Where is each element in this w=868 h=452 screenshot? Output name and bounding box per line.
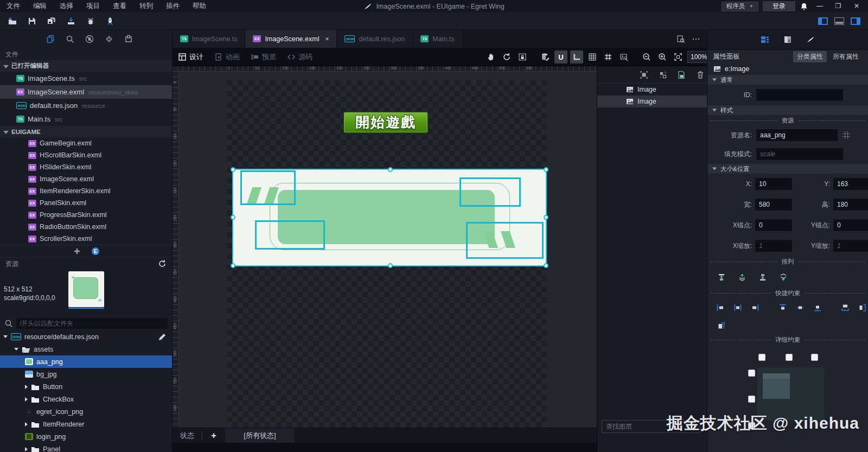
activity-files-button[interactable] [44, 33, 56, 45]
layer-search-input[interactable] [602, 420, 700, 433]
constraint-checkbox-left-middle[interactable] [748, 396, 755, 403]
all-states-tab[interactable]: [所有状态] [225, 428, 295, 443]
field-input[interactable]: 0 [755, 219, 792, 231]
project-file-item[interactable]: EXItemRendererSkin.exml [0, 185, 172, 197]
opened-editor-item[interactable]: EXImageScene.exmlresource\eui_skins [0, 85, 172, 99]
props-tab[interactable]: 所有属性 [829, 51, 863, 62]
resource-tree-item[interactable]: CheckBox [0, 393, 172, 405]
more-actions-icon[interactable] [692, 35, 700, 43]
field-input[interactable]: 163 [833, 178, 868, 190]
resource-tree-item[interactable]: bg_jpg [0, 368, 172, 380]
opened-editor-item[interactable]: TSMain.tssrc [0, 112, 172, 126]
export-ts-button[interactable]: TS [675, 68, 688, 81]
frame-lock-button[interactable] [516, 50, 529, 63]
constraint-checkbox-left-bottom[interactable] [748, 422, 755, 429]
section-general[interactable]: 通常 [707, 75, 868, 85]
editor-tab[interactable]: JSONdefault.res.json [337, 30, 413, 48]
align-center-h-button[interactable] [732, 301, 744, 314]
design-canvas[interactable]: 050100150200250300350400450500550 050100… [173, 66, 597, 428]
project-header[interactable]: EUIGAME [0, 126, 172, 137]
menu-item[interactable]: 查看 [106, 0, 133, 12]
match-width-button[interactable] [840, 301, 851, 314]
minimize-button[interactable]: — [813, 0, 827, 12]
ungroup-button[interactable] [656, 68, 669, 81]
field-input[interactable]: 180 [833, 199, 868, 211]
constraint-checkbox-top-center[interactable] [786, 354, 793, 361]
login-button[interactable]: 登录 [763, 1, 795, 11]
bell-icon[interactable] [800, 2, 808, 11]
launch-button[interactable] [103, 14, 117, 28]
project-file-item[interactable]: EXHScrollBarSkin.exml [0, 149, 172, 161]
constraint-checkbox-top-right[interactable] [811, 354, 818, 361]
menu-item[interactable]: 编辑 [27, 0, 53, 12]
project-file-item[interactable]: EXGameBegin.exml [0, 137, 172, 149]
resource-tree-item[interactable]: assets [0, 343, 172, 355]
selected-image-asset[interactable] [232, 169, 547, 266]
resource-tree-item[interactable]: aaa_png [0, 355, 172, 368]
zoom-out-button[interactable] [640, 50, 653, 63]
api-doc-button[interactable]: E [781, 33, 794, 46]
add-skin-icon[interactable] [73, 247, 81, 256]
hand-button[interactable] [484, 50, 497, 63]
match-size-button[interactable] [715, 319, 728, 332]
menu-item[interactable]: 文件 [0, 0, 27, 12]
resource-tree-root[interactable]: JSON resource/default.res.json [0, 330, 172, 343]
opened-editor-item[interactable]: TSImageScene.tssrc [0, 72, 172, 85]
resource-tree-item[interactable]: login_png [0, 430, 172, 443]
bring-forward-button[interactable] [736, 271, 749, 284]
send-backward-button[interactable] [756, 271, 769, 284]
constraint-checkbox-left-top[interactable] [748, 370, 755, 377]
field-input[interactable]: 1 [833, 240, 868, 252]
new-project-button[interactable] [5, 14, 20, 28]
role-selector[interactable]: 程序员 ▼ [722, 2, 758, 11]
resource-tree-item[interactable]: Button [0, 380, 172, 393]
fit-screen-button[interactable] [672, 50, 685, 63]
editor-tab[interactable]: TSImageScene.ts [173, 30, 245, 48]
mode-设计[interactable]: 设计 [173, 48, 209, 66]
guides-button[interactable] [602, 50, 615, 63]
field-input[interactable]: 580 [755, 199, 792, 211]
opened-editors-header[interactable]: 已打开编辑器 [0, 60, 172, 72]
add-state-button[interactable]: + [202, 430, 225, 441]
project-file-item[interactable]: EXPanelSkin.exml [0, 197, 172, 209]
match-height-button[interactable] [857, 301, 868, 314]
project-file-item[interactable]: EXImageScene.exml [0, 173, 172, 185]
layer-item[interactable]: Image [597, 84, 707, 96]
resource-thumbnail[interactable]: ❝ ❞ [68, 271, 104, 307]
delete-button[interactable] [694, 68, 707, 81]
activity-search-button[interactable] [64, 33, 76, 45]
layer-item[interactable]: Image [597, 96, 707, 107]
zoom-in-button[interactable] [656, 50, 669, 63]
menu-item[interactable]: 项目 [80, 0, 106, 12]
close-button[interactable]: ✕ [850, 0, 864, 12]
menu-item[interactable]: 帮助 [186, 0, 213, 12]
resource-tree-item[interactable]: ItemRenderer [0, 418, 172, 430]
section-style[interactable]: 样式 [707, 105, 868, 115]
toggle-bottom-panel[interactable] [834, 17, 844, 25]
close-icon[interactable]: × [325, 35, 329, 43]
opened-editor-item[interactable]: JSONdefault.res.jsonresource [0, 99, 172, 112]
menu-item[interactable]: 插件 [159, 0, 186, 12]
group-button[interactable] [637, 68, 650, 81]
resource-name-input[interactable]: aaa_png [756, 129, 838, 141]
refresh-button[interactable] [500, 50, 513, 63]
grid-button[interactable] [586, 50, 599, 63]
bring-to-front-button[interactable] [715, 271, 728, 284]
send-to-back-button[interactable] [777, 271, 790, 284]
toggle-right-panel[interactable] [851, 17, 860, 25]
start-game-button-asset[interactable]: 開始遊戲 [343, 111, 429, 133]
restore-button[interactable]: ❐ [831, 0, 845, 12]
editor-tab[interactable]: TSMain.ts [413, 30, 462, 48]
constraint-checkbox-top-left[interactable] [758, 354, 765, 361]
save-all-button[interactable] [44, 14, 59, 28]
activity-debug-off-button[interactable] [84, 33, 95, 45]
image-adjust-button[interactable] [617, 50, 630, 63]
db-edit-button[interactable] [539, 50, 552, 63]
align-top-button[interactable] [777, 301, 789, 314]
magnet-button[interactable]: U [554, 50, 567, 63]
align-bottom-button[interactable] [812, 301, 823, 314]
mode-源码[interactable]: 源码 [282, 48, 318, 66]
menu-item[interactable]: 选择 [53, 0, 80, 12]
field-input[interactable]: 0 [833, 219, 868, 231]
align-right-button[interactable] [749, 301, 761, 314]
